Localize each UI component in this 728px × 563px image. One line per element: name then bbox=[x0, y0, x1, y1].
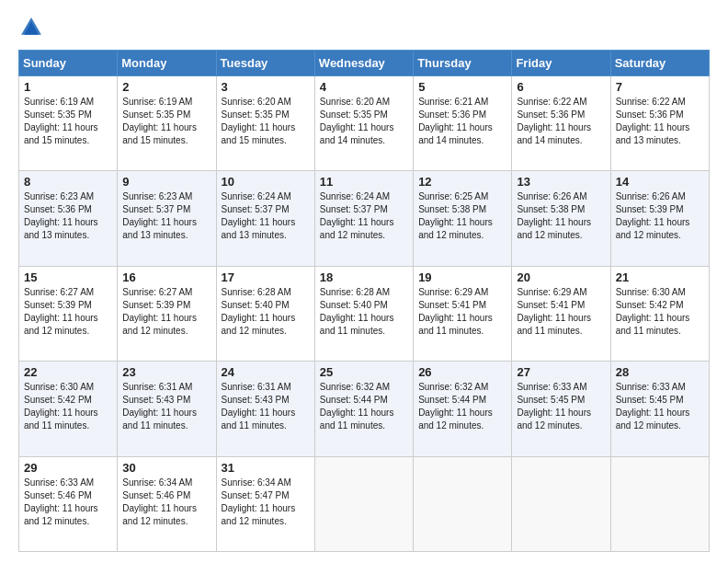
cell-info: Sunrise: 6:30 AMSunset: 5:42 PMDaylight:… bbox=[616, 286, 704, 338]
cell-info: Sunrise: 6:24 AMSunset: 5:37 PMDaylight:… bbox=[320, 190, 408, 242]
calendar-cell: 14Sunrise: 6:26 AMSunset: 5:39 PMDayligh… bbox=[610, 171, 709, 266]
calendar-cell: 30Sunrise: 6:34 AMSunset: 5:46 PMDayligh… bbox=[118, 456, 216, 551]
calendar-cell: 24Sunrise: 6:31 AMSunset: 5:43 PMDayligh… bbox=[216, 362, 314, 456]
weekday-header-sunday: Sunday bbox=[19, 51, 118, 76]
calendar-cell: 18Sunrise: 6:28 AMSunset: 5:40 PMDayligh… bbox=[314, 266, 413, 361]
day-number: 9 bbox=[122, 175, 210, 189]
day-number: 19 bbox=[418, 270, 506, 284]
day-number: 2 bbox=[122, 80, 210, 94]
calendar-cell: 20Sunrise: 6:29 AMSunset: 5:41 PMDayligh… bbox=[512, 266, 610, 361]
cell-info: Sunrise: 6:25 AMSunset: 5:38 PMDaylight:… bbox=[418, 190, 506, 242]
day-number: 29 bbox=[24, 461, 112, 475]
day-number: 17 bbox=[222, 270, 310, 284]
weekday-header-tuesday: Tuesday bbox=[216, 51, 314, 76]
calendar-cell bbox=[414, 456, 512, 551]
day-number: 8 bbox=[24, 175, 112, 189]
day-number: 20 bbox=[517, 270, 605, 284]
calendar-cell: 25Sunrise: 6:32 AMSunset: 5:44 PMDayligh… bbox=[314, 362, 413, 456]
calendar-cell: 5Sunrise: 6:21 AMSunset: 5:36 PMDaylight… bbox=[414, 76, 512, 171]
day-number: 3 bbox=[222, 80, 310, 94]
cell-info: Sunrise: 6:29 AMSunset: 5:41 PMDaylight:… bbox=[517, 286, 605, 338]
calendar-cell: 8Sunrise: 6:23 AMSunset: 5:36 PMDaylight… bbox=[19, 171, 118, 266]
calendar-cell bbox=[610, 456, 709, 551]
day-number: 30 bbox=[122, 461, 210, 475]
calendar-week-row-5: 29Sunrise: 6:33 AMSunset: 5:46 PMDayligh… bbox=[19, 456, 710, 551]
calendar-cell: 6Sunrise: 6:22 AMSunset: 5:36 PMDaylight… bbox=[512, 76, 610, 171]
cell-info: Sunrise: 6:19 AMSunset: 5:35 PMDaylight:… bbox=[24, 96, 112, 147]
logo-icon bbox=[18, 15, 44, 40]
calendar-cell: 16Sunrise: 6:27 AMSunset: 5:39 PMDayligh… bbox=[118, 266, 216, 361]
cell-info: Sunrise: 6:23 AMSunset: 5:36 PMDaylight:… bbox=[24, 190, 112, 242]
cell-info: Sunrise: 6:31 AMSunset: 5:43 PMDaylight:… bbox=[222, 381, 310, 432]
day-number: 31 bbox=[222, 461, 310, 475]
calendar-cell: 3Sunrise: 6:20 AMSunset: 5:35 PMDaylight… bbox=[216, 76, 314, 171]
cell-info: Sunrise: 6:27 AMSunset: 5:39 PMDaylight:… bbox=[24, 286, 112, 338]
calendar-cell: 21Sunrise: 6:30 AMSunset: 5:42 PMDayligh… bbox=[610, 266, 709, 361]
calendar-cell bbox=[314, 456, 413, 551]
cell-info: Sunrise: 6:24 AMSunset: 5:37 PMDaylight:… bbox=[222, 190, 310, 242]
cell-info: Sunrise: 6:33 AMSunset: 5:45 PMDaylight:… bbox=[517, 381, 605, 432]
calendar-cell: 11Sunrise: 6:24 AMSunset: 5:37 PMDayligh… bbox=[314, 171, 413, 266]
weekday-header-row: SundayMondayTuesdayWednesdayThursdayFrid… bbox=[19, 51, 710, 76]
page: SundayMondayTuesdayWednesdayThursdayFrid… bbox=[0, 0, 728, 563]
header bbox=[18, 15, 710, 40]
calendar-cell: 26Sunrise: 6:32 AMSunset: 5:44 PMDayligh… bbox=[414, 362, 512, 456]
cell-info: Sunrise: 6:22 AMSunset: 5:36 PMDaylight:… bbox=[616, 96, 704, 147]
cell-info: Sunrise: 6:34 AMSunset: 5:46 PMDaylight:… bbox=[122, 477, 210, 528]
day-number: 26 bbox=[418, 365, 506, 379]
day-number: 7 bbox=[616, 80, 704, 94]
calendar-cell: 9Sunrise: 6:23 AMSunset: 5:37 PMDaylight… bbox=[118, 171, 216, 266]
day-number: 27 bbox=[517, 365, 605, 379]
cell-info: Sunrise: 6:32 AMSunset: 5:44 PMDaylight:… bbox=[320, 381, 408, 432]
cell-info: Sunrise: 6:28 AMSunset: 5:40 PMDaylight:… bbox=[320, 286, 408, 338]
cell-info: Sunrise: 6:29 AMSunset: 5:41 PMDaylight:… bbox=[418, 286, 506, 338]
day-number: 22 bbox=[24, 365, 112, 379]
day-number: 15 bbox=[24, 270, 112, 284]
calendar-cell: 15Sunrise: 6:27 AMSunset: 5:39 PMDayligh… bbox=[19, 266, 118, 361]
calendar-week-row-4: 22Sunrise: 6:30 AMSunset: 5:42 PMDayligh… bbox=[19, 362, 710, 456]
day-number: 6 bbox=[517, 80, 605, 94]
day-number: 28 bbox=[616, 365, 704, 379]
calendar-cell: 23Sunrise: 6:31 AMSunset: 5:43 PMDayligh… bbox=[118, 362, 216, 456]
day-number: 23 bbox=[122, 365, 210, 379]
weekday-header-thursday: Thursday bbox=[414, 51, 512, 76]
calendar-cell: 2Sunrise: 6:19 AMSunset: 5:35 PMDaylight… bbox=[118, 76, 216, 171]
calendar-cell: 19Sunrise: 6:29 AMSunset: 5:41 PMDayligh… bbox=[414, 266, 512, 361]
cell-info: Sunrise: 6:26 AMSunset: 5:38 PMDaylight:… bbox=[517, 190, 605, 242]
cell-info: Sunrise: 6:23 AMSunset: 5:37 PMDaylight:… bbox=[122, 190, 210, 242]
cell-info: Sunrise: 6:22 AMSunset: 5:36 PMDaylight:… bbox=[517, 96, 605, 147]
cell-info: Sunrise: 6:20 AMSunset: 5:35 PMDaylight:… bbox=[222, 96, 310, 147]
logo bbox=[18, 15, 48, 40]
day-number: 18 bbox=[320, 270, 408, 284]
cell-info: Sunrise: 6:28 AMSunset: 5:40 PMDaylight:… bbox=[222, 286, 310, 338]
calendar-cell: 22Sunrise: 6:30 AMSunset: 5:42 PMDayligh… bbox=[19, 362, 118, 456]
cell-info: Sunrise: 6:33 AMSunset: 5:46 PMDaylight:… bbox=[24, 477, 112, 528]
day-number: 25 bbox=[320, 365, 408, 379]
day-number: 24 bbox=[222, 365, 310, 379]
calendar-cell: 17Sunrise: 6:28 AMSunset: 5:40 PMDayligh… bbox=[216, 266, 314, 361]
cell-info: Sunrise: 6:34 AMSunset: 5:47 PMDaylight:… bbox=[222, 477, 310, 528]
calendar-table: SundayMondayTuesdayWednesdayThursdayFrid… bbox=[18, 50, 710, 552]
cell-info: Sunrise: 6:32 AMSunset: 5:44 PMDaylight:… bbox=[418, 381, 506, 432]
calendar-week-row-1: 1Sunrise: 6:19 AMSunset: 5:35 PMDaylight… bbox=[19, 76, 710, 171]
calendar-week-row-3: 15Sunrise: 6:27 AMSunset: 5:39 PMDayligh… bbox=[19, 266, 710, 361]
cell-info: Sunrise: 6:33 AMSunset: 5:45 PMDaylight:… bbox=[616, 381, 704, 432]
day-number: 1 bbox=[24, 80, 112, 94]
cell-info: Sunrise: 6:30 AMSunset: 5:42 PMDaylight:… bbox=[24, 381, 112, 432]
calendar-cell: 27Sunrise: 6:33 AMSunset: 5:45 PMDayligh… bbox=[512, 362, 610, 456]
calendar-cell: 12Sunrise: 6:25 AMSunset: 5:38 PMDayligh… bbox=[414, 171, 512, 266]
day-number: 5 bbox=[418, 80, 506, 94]
weekday-header-saturday: Saturday bbox=[610, 51, 709, 76]
calendar-cell: 10Sunrise: 6:24 AMSunset: 5:37 PMDayligh… bbox=[216, 171, 314, 266]
day-number: 12 bbox=[418, 175, 506, 189]
cell-info: Sunrise: 6:27 AMSunset: 5:39 PMDaylight:… bbox=[122, 286, 210, 338]
day-number: 21 bbox=[616, 270, 704, 284]
calendar-cell: 4Sunrise: 6:20 AMSunset: 5:35 PMDaylight… bbox=[314, 76, 413, 171]
day-number: 14 bbox=[616, 175, 704, 189]
calendar-cell: 13Sunrise: 6:26 AMSunset: 5:38 PMDayligh… bbox=[512, 171, 610, 266]
day-number: 13 bbox=[517, 175, 605, 189]
calendar-cell: 28Sunrise: 6:33 AMSunset: 5:45 PMDayligh… bbox=[610, 362, 709, 456]
weekday-header-friday: Friday bbox=[512, 51, 610, 76]
calendar-cell: 29Sunrise: 6:33 AMSunset: 5:46 PMDayligh… bbox=[19, 456, 118, 551]
day-number: 4 bbox=[320, 80, 408, 94]
